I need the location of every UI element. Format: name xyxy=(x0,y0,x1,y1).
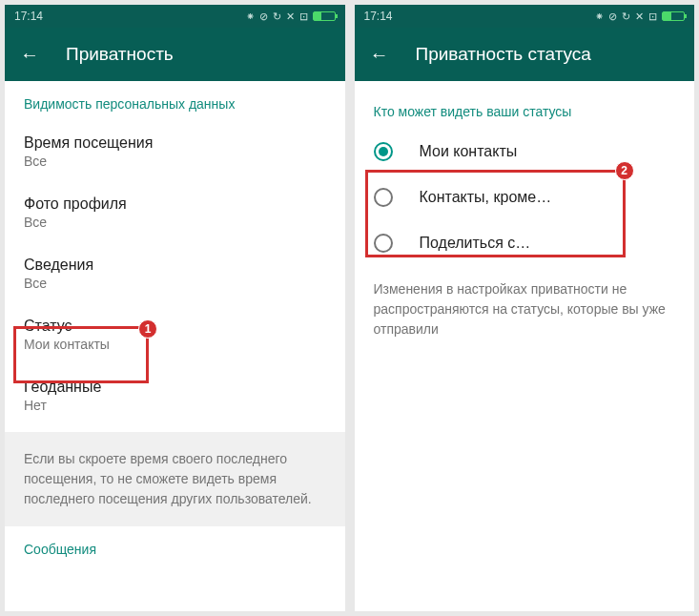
app-bar: ← Приватность статуса xyxy=(355,28,695,81)
sim-icon: ✕ xyxy=(286,10,295,23)
app-bar: ← Приватность xyxy=(5,28,345,81)
dnd-icon: ⊘ xyxy=(608,10,617,23)
radio-my-contacts[interactable]: Мои контакты xyxy=(355,129,695,175)
radio-label: Мои контакты xyxy=(420,143,518,160)
battery-icon xyxy=(662,11,685,21)
item-last-seen[interactable]: Время посещения Все xyxy=(5,121,345,182)
right-screen: 17:14 ⁕ ⊘ ↻ ✕ ⊡ ← Приватность статуса Кт… xyxy=(355,5,695,611)
item-subtitle: Все xyxy=(24,215,326,230)
item-title: Геоданные xyxy=(24,379,326,396)
status-icons: ⁕ ⊘ ↻ ✕ ⊡ xyxy=(595,10,685,23)
radio-label: Контакты, кроме… xyxy=(420,189,552,206)
bluetooth-icon: ⁕ xyxy=(595,10,604,23)
item-title: Статус xyxy=(24,318,326,335)
status-bar: 17:14 ⁕ ⊘ ↻ ✕ ⊡ xyxy=(355,5,695,28)
item-title: Сведения xyxy=(24,257,326,274)
item-subtitle: Все xyxy=(24,154,326,169)
info-note: Если вы скроете время своего последнего … xyxy=(5,432,345,526)
radio-label: Поделиться с… xyxy=(420,235,531,252)
status-time: 17:14 xyxy=(14,10,43,23)
status-bar: 17:14 ⁕ ⊘ ↻ ✕ ⊡ xyxy=(5,5,345,28)
box-icon: ⊡ xyxy=(648,10,657,23)
battery-icon xyxy=(313,11,336,21)
item-subtitle: Мои контакты xyxy=(24,337,326,352)
back-icon[interactable]: ← xyxy=(370,44,389,66)
item-status[interactable]: Статус Мои контакты xyxy=(5,304,345,365)
section-header-visibility: Видимость персональных данных xyxy=(5,81,345,121)
left-screen: 17:14 ⁕ ⊘ ↻ ✕ ⊡ ← Приватность Видимость … xyxy=(5,5,345,611)
page-title: Приватность xyxy=(66,44,174,65)
badge-2: 2 xyxy=(615,161,634,180)
radio-contacts-except[interactable]: Контакты, кроме… xyxy=(355,175,695,220)
item-profile-photo[interactable]: Фото профиля Все xyxy=(5,182,345,243)
radio-icon xyxy=(374,234,393,253)
radio-share-with[interactable]: Поделиться с… xyxy=(355,220,695,266)
status-icons: ⁕ ⊘ ↻ ✕ ⊡ xyxy=(246,10,336,23)
section-header-who-sees: Кто может видеть ваши статусы xyxy=(355,81,695,129)
item-subtitle: Нет xyxy=(24,398,326,413)
page-title: Приватность статуса xyxy=(416,44,591,65)
radio-icon xyxy=(374,188,393,207)
sync-icon: ↻ xyxy=(273,10,281,23)
content-area: Видимость персональных данных Время посе… xyxy=(5,81,345,611)
item-subtitle: Все xyxy=(24,276,326,291)
radio-icon xyxy=(374,142,393,161)
item-title: Время посещения xyxy=(24,134,326,152)
item-about[interactable]: Сведения Все xyxy=(5,243,345,304)
bluetooth-icon: ⁕ xyxy=(246,10,255,23)
box-icon: ⊡ xyxy=(299,10,308,23)
item-title: Фото профиля xyxy=(24,195,326,213)
content-area: Кто может видеть ваши статусы Мои контак… xyxy=(355,81,695,611)
status-time: 17:14 xyxy=(364,10,393,23)
sync-icon: ↻ xyxy=(622,10,630,23)
back-icon[interactable]: ← xyxy=(20,44,39,66)
sim-icon: ✕ xyxy=(635,10,644,23)
badge-1: 1 xyxy=(138,319,157,339)
privacy-note: Изменения в настройках приватности не ра… xyxy=(355,266,695,353)
section-header-messages: Сообщения xyxy=(5,526,345,566)
dnd-icon: ⊘ xyxy=(259,10,268,23)
item-location[interactable]: Геоданные Нет xyxy=(5,365,345,426)
